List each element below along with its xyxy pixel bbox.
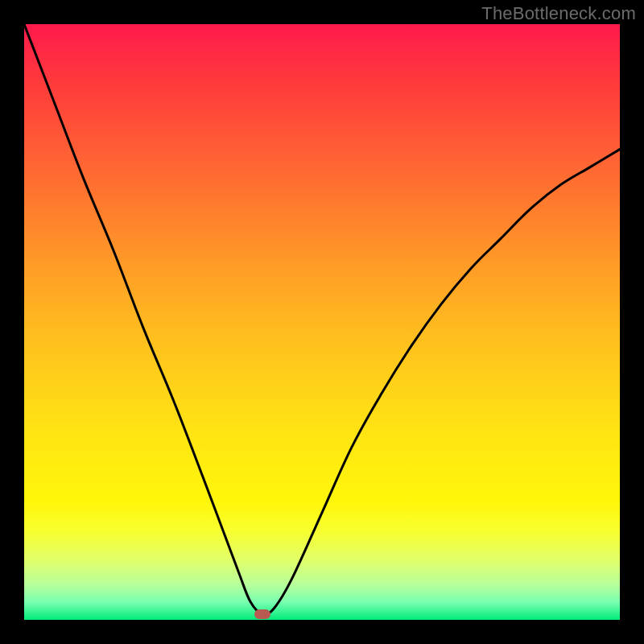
watermark-text: TheBottleneck.com	[481, 3, 636, 24]
curve-svg	[24, 24, 620, 620]
plot-area	[24, 24, 620, 620]
minimum-marker	[254, 609, 270, 619]
chart-frame: TheBottleneck.com	[0, 0, 644, 644]
bottleneck-curve-path	[24, 24, 620, 614]
